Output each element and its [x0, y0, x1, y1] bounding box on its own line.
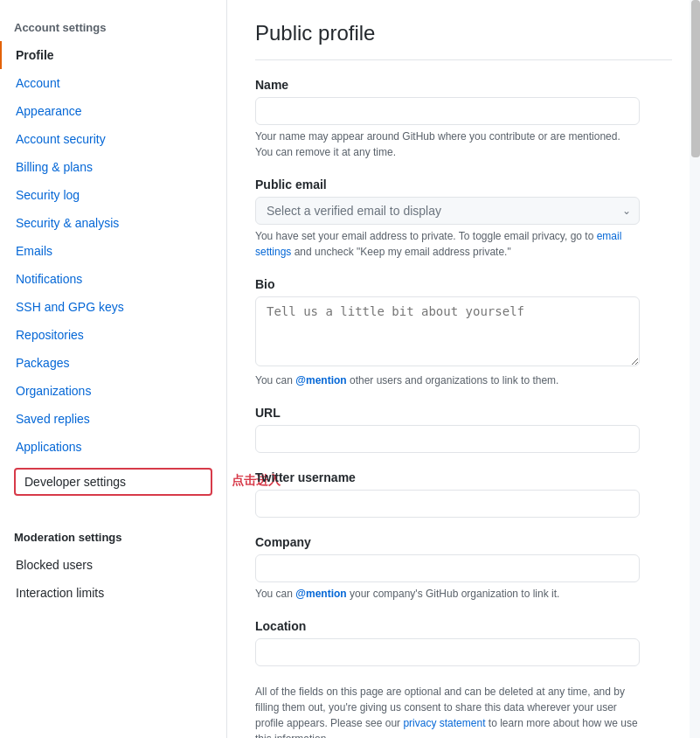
company-mention: @mention — [295, 588, 346, 600]
email-help: You have set your email address to priva… — [255, 228, 640, 260]
privacy-statement-link[interactable]: privacy statement — [403, 717, 485, 729]
location-input[interactable] — [255, 638, 640, 666]
sidebar-item-account-security[interactable]: Account security — [0, 125, 226, 153]
sidebar-item-security-log[interactable]: Security log — [0, 181, 226, 209]
sidebar-header: Account settings — [0, 14, 226, 41]
company-label: Company — [255, 535, 672, 549]
url-input[interactable] — [255, 425, 640, 453]
main-content: Public profile Name Your name may appear… — [227, 0, 700, 738]
sidebar-item-packages[interactable]: Packages — [0, 349, 226, 377]
company-input[interactable] — [255, 554, 640, 582]
email-select[interactable]: Select a verified email to display — [255, 197, 640, 225]
bio-help-prefix: You can — [255, 374, 295, 386]
sidebar-item-organizations[interactable]: Organizations — [0, 377, 226, 405]
sidebar-item-repositories[interactable]: Repositories — [0, 321, 226, 349]
company-help-prefix: You can — [255, 588, 295, 600]
sidebar-item-blocked-users[interactable]: Blocked users — [0, 551, 226, 579]
name-field-group: Name Your name may appear around GitHub … — [255, 78, 672, 160]
sidebar: Account settings Profile Account Appeara… — [0, 0, 227, 738]
public-email-field-group: Public email Select a verified email to … — [255, 178, 672, 260]
name-help: Your name may appear around GitHub where… — [255, 129, 640, 160]
email-help-text-plain: You have set your email address to priva… — [255, 230, 597, 242]
developer-settings-item[interactable]: Developer settings 点击进入 — [14, 468, 212, 496]
bio-mention: @mention — [295, 374, 346, 386]
twitter-input[interactable] — [255, 490, 640, 518]
bio-help: You can @mention other users and organiz… — [255, 372, 640, 388]
sidebar-item-interaction-limits[interactable]: Interaction limits — [0, 579, 226, 607]
sidebar-item-security-analysis[interactable]: Security & analysis — [0, 209, 226, 237]
public-email-label: Public email — [255, 178, 672, 191]
location-label: Location — [255, 619, 672, 633]
moderation-settings-header: Moderation settings — [0, 517, 226, 551]
sidebar-item-applications[interactable]: Applications — [0, 433, 226, 461]
company-field-group: Company You can @mention your company's … — [255, 535, 672, 602]
sidebar-item-ssh-gpg[interactable]: SSH and GPG keys — [0, 293, 226, 321]
twitter-label: Twitter username — [255, 470, 672, 484]
company-help: You can @mention your company's GitHub o… — [255, 586, 640, 602]
sidebar-item-appearance[interactable]: Appearance — [0, 97, 226, 125]
sidebar-item-saved-replies[interactable]: Saved replies — [0, 405, 226, 433]
name-label: Name — [255, 78, 672, 92]
sidebar-item-billing[interactable]: Billing & plans — [0, 153, 226, 181]
bio-help-suffix: other users and organizations to link to… — [347, 374, 559, 386]
email-help-mid: and uncheck "Keep my email address priva… — [291, 246, 510, 258]
sidebar-item-emails[interactable]: Emails — [0, 237, 226, 265]
bio-input[interactable] — [255, 296, 640, 366]
sidebar-item-profile[interactable]: Profile — [0, 41, 226, 69]
location-field-group: Location — [255, 619, 672, 666]
company-help-suffix: your company's GitHub organization to li… — [347, 588, 560, 600]
url-field-group: URL — [255, 406, 672, 453]
footer-note: All of the fields on this page are optio… — [255, 684, 640, 738]
url-label: URL — [255, 406, 672, 420]
developer-settings-label: Developer settings — [24, 475, 126, 489]
sidebar-item-account[interactable]: Account — [0, 69, 226, 97]
scrollbar-track[interactable] — [690, 0, 700, 738]
sidebar-item-notifications[interactable]: Notifications — [0, 265, 226, 293]
bio-label: Bio — [255, 277, 672, 291]
email-select-wrapper: Select a verified email to display ⌄ — [255, 197, 640, 225]
twitter-field-group: Twitter username — [255, 470, 672, 518]
bio-field-group: Bio You can @mention other users and org… — [255, 277, 672, 388]
page-title: Public profile — [255, 21, 672, 60]
name-input[interactable] — [255, 97, 640, 125]
scrollbar-thumb[interactable] — [691, 0, 700, 157]
